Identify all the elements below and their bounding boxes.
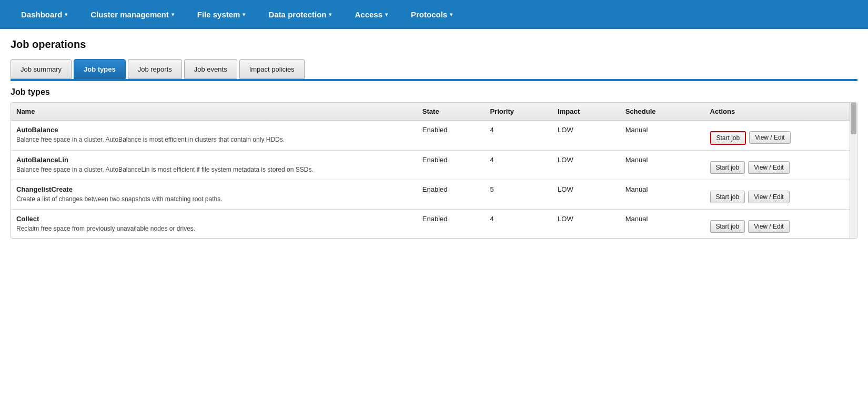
row-1-actions: Start jobView / Edit xyxy=(705,151,857,180)
table-body: AutoBalanceBalance free space in a clust… xyxy=(11,121,857,239)
row-1-name-cell: AutoBalanceLinBalance free space in a cl… xyxy=(11,151,417,180)
col-header-schedule: Schedule xyxy=(620,103,705,121)
col-header-priority: Priority xyxy=(485,103,552,121)
row-1-priority: 4 xyxy=(485,151,552,180)
job-desc: Balance free space in a cluster. AutoBal… xyxy=(16,135,412,144)
tab-job-events[interactable]: Job events xyxy=(184,59,237,79)
nav-label: File system xyxy=(197,10,240,19)
row-3-priority: 4 xyxy=(485,209,552,238)
col-header-name: Name xyxy=(11,103,417,121)
job-desc: Balance free space in a cluster. AutoBal… xyxy=(16,165,412,174)
nav-item-cluster-management[interactable]: Cluster management▾ xyxy=(79,0,185,29)
row-2-state: Enabled xyxy=(417,180,485,209)
table-row: CollectReclaim free space from previousl… xyxy=(11,209,857,238)
row-0-state: Enabled xyxy=(417,121,485,151)
nav-label: Protocols xyxy=(411,10,447,19)
tab-underline xyxy=(11,79,857,81)
col-header-actions: Actions xyxy=(705,103,857,121)
row-3-state: Enabled xyxy=(417,209,485,238)
start-job-button-2[interactable]: Start job xyxy=(710,191,745,203)
row-2-actions: Start jobView / Edit xyxy=(705,180,857,209)
scrollbar-thumb[interactable] xyxy=(851,103,856,134)
row-1-state: Enabled xyxy=(417,151,485,180)
row-0-name-cell: AutoBalanceBalance free space in a clust… xyxy=(11,121,417,151)
start-job-button-1[interactable]: Start job xyxy=(710,161,745,174)
section-title: Job types xyxy=(11,87,857,97)
nav-item-protocols[interactable]: Protocols▾ xyxy=(399,0,464,29)
row-2-name-cell: ChangelistCreateCreate a list of changes… xyxy=(11,180,417,209)
col-header-impact: Impact xyxy=(552,103,620,121)
nav-arrow: ▾ xyxy=(243,12,245,17)
view-edit-button-1[interactable]: View / Edit xyxy=(748,161,789,174)
job-name: AutoBalanceLin xyxy=(16,156,412,164)
row-2-priority: 5 xyxy=(485,180,552,209)
col-header-state: State xyxy=(417,103,485,121)
tab-job-reports[interactable]: Job reports xyxy=(128,59,182,79)
table-row: ChangelistCreateCreate a list of changes… xyxy=(11,180,857,209)
tab-job-types[interactable]: Job types xyxy=(74,59,126,79)
table-row: AutoBalanceLinBalance free space in a cl… xyxy=(11,151,857,180)
job-name: Collect xyxy=(16,215,412,223)
nav-label: Cluster management xyxy=(90,10,168,19)
table-container: Name State Priority Impact Schedule Acti… xyxy=(11,102,857,239)
actions-cell: Start jobView / Edit xyxy=(710,126,852,145)
nav-item-dashboard[interactable]: Dashboard▾ xyxy=(9,0,79,29)
start-job-button-0[interactable]: Start job xyxy=(710,131,746,145)
nav-arrow: ▾ xyxy=(450,12,452,17)
actions-cell: Start jobView / Edit xyxy=(710,185,852,203)
row-2-impact: LOW xyxy=(552,180,620,209)
view-edit-button-2[interactable]: View / Edit xyxy=(748,191,789,203)
nav-arrow: ▾ xyxy=(329,12,331,17)
row-0-priority: 4 xyxy=(485,121,552,151)
page-content: Job operations Job summaryJob typesJob r… xyxy=(0,29,868,239)
actions-cell: Start jobView / Edit xyxy=(710,156,852,174)
table-scroll-wrapper: Name State Priority Impact Schedule Acti… xyxy=(11,103,857,238)
row-0-impact: LOW xyxy=(552,121,620,151)
row-1-schedule: Manual xyxy=(620,151,705,180)
nav-item-access[interactable]: Access▾ xyxy=(343,0,399,29)
nav-label: Dashboard xyxy=(21,10,62,19)
view-edit-button-0[interactable]: View / Edit xyxy=(749,131,790,144)
page-title: Job operations xyxy=(11,38,857,51)
row-2-schedule: Manual xyxy=(620,180,705,209)
view-edit-button-3[interactable]: View / Edit xyxy=(748,220,789,233)
tabs-container: Job summaryJob typesJob reportsJob event… xyxy=(11,59,857,79)
row-0-schedule: Manual xyxy=(620,121,705,151)
row-0-actions: Start jobView / Edit xyxy=(705,121,857,151)
row-3-schedule: Manual xyxy=(620,209,705,238)
table-header-row: Name State Priority Impact Schedule Acti… xyxy=(11,103,857,121)
job-name: ChangelistCreate xyxy=(16,185,412,193)
actions-cell: Start jobView / Edit xyxy=(710,215,852,233)
job-types-table: Name State Priority Impact Schedule Acti… xyxy=(11,103,857,238)
tab-job-summary[interactable]: Job summary xyxy=(11,59,72,79)
nav-arrow: ▾ xyxy=(385,12,388,17)
nav-arrow: ▾ xyxy=(65,12,67,17)
nav-label: Access xyxy=(355,10,382,19)
tab-impact-policies[interactable]: Impact policies xyxy=(239,59,305,79)
row-3-actions: Start jobView / Edit xyxy=(705,209,857,238)
nav-arrow: ▾ xyxy=(171,12,174,17)
nav-item-data-protection[interactable]: Data protection▾ xyxy=(257,0,343,29)
start-job-button-3[interactable]: Start job xyxy=(710,220,745,233)
row-3-name-cell: CollectReclaim free space from previousl… xyxy=(11,209,417,238)
nav-item-file-system[interactable]: File system▾ xyxy=(186,0,257,29)
job-desc: Reclaim free space from previously unava… xyxy=(16,224,412,233)
scrollbar-track[interactable] xyxy=(850,103,857,238)
table-row: AutoBalanceBalance free space in a clust… xyxy=(11,121,857,151)
row-1-impact: LOW xyxy=(552,151,620,180)
job-desc: Create a list of changes between two sna… xyxy=(16,195,412,204)
navbar: Dashboard▾Cluster management▾File system… xyxy=(0,0,868,29)
nav-label: Data protection xyxy=(268,10,326,19)
job-name: AutoBalance xyxy=(16,126,412,134)
row-3-impact: LOW xyxy=(552,209,620,238)
